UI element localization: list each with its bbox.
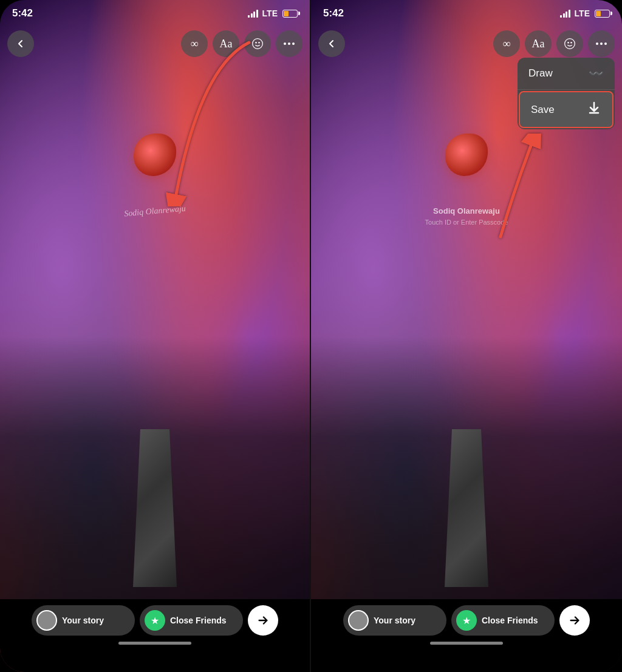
- svg-point-11: [600, 42, 603, 45]
- laptop-stand-area: [94, 429, 216, 611]
- save-menu-item[interactable]: Save: [519, 91, 613, 128]
- close-friends-button-left[interactable]: ★ Close Friends: [140, 605, 243, 636]
- your-story-label-right: Your story: [374, 616, 415, 625]
- save-download-icon: [587, 101, 601, 118]
- battery-icon-right: [595, 10, 610, 18]
- svg-point-0: [253, 39, 263, 49]
- sticker-button-right[interactable]: [556, 30, 583, 57]
- more-button-left[interactable]: [276, 30, 302, 57]
- send-button-right[interactable]: [559, 605, 590, 636]
- toolbar-left: ∞ Aa: [0, 30, 310, 57]
- draw-menu-item[interactable]: Draw 〰️: [518, 58, 615, 90]
- status-icons-right: LTE: [560, 8, 610, 18]
- signal-bars-left: [248, 9, 258, 18]
- close-friends-label-right: Close Friends: [482, 616, 538, 625]
- svg-point-7: [565, 39, 575, 49]
- draw-icon: 〰️: [589, 66, 604, 81]
- lte-label-right: LTE: [575, 8, 590, 18]
- svg-point-10: [596, 42, 598, 45]
- toolbar-right-right: ∞ Aa: [493, 30, 615, 57]
- rose-decoration-right: [445, 134, 488, 176]
- avatar-right: [348, 610, 369, 631]
- watermark-sub-right: Touch ID or Enter Passcode: [425, 219, 508, 226]
- your-story-button-right[interactable]: Your story: [343, 605, 446, 636]
- avatar-left: [36, 610, 57, 631]
- bottom-actions-right: Your story ★ Close Friends: [311, 605, 622, 636]
- text-button-right[interactable]: Aa: [525, 30, 552, 57]
- green-star-left: ★: [145, 610, 165, 631]
- dropdown-menu: Draw 〰️ Save: [518, 58, 615, 129]
- toolbar-right-left: ∞ Aa: [181, 30, 302, 57]
- your-story-button-left[interactable]: Your story: [32, 605, 135, 636]
- sticker-button-left[interactable]: [244, 30, 271, 57]
- svg-point-9: [570, 42, 572, 44]
- rose-decoration: [134, 134, 176, 176]
- green-star-right: ★: [456, 610, 477, 631]
- status-bar-right: 5:42 LTE: [311, 0, 622, 27]
- laptop-stand-area-right: [406, 429, 527, 611]
- save-label: Save: [531, 104, 555, 116]
- infinity-button-right[interactable]: ∞: [493, 30, 520, 57]
- bottom-bar-right: Your story ★ Close Friends: [311, 599, 622, 672]
- close-friends-button-right[interactable]: ★ Close Friends: [451, 605, 555, 636]
- home-indicator-left: [118, 642, 191, 645]
- left-phone-screen: Sodiq Olanrewaju 5:42 LTE: [0, 0, 311, 672]
- text-button-left[interactable]: Aa: [213, 30, 239, 57]
- status-icons-left: LTE: [248, 8, 298, 18]
- svg-point-5: [292, 42, 295, 45]
- close-friends-label-left: Close Friends: [170, 616, 227, 625]
- home-indicator-right: [430, 642, 503, 645]
- signal-bars-right: [560, 9, 570, 18]
- svg-point-2: [258, 42, 260, 44]
- back-button-right[interactable]: [318, 30, 345, 57]
- status-bar-left: 5:42 LTE: [0, 0, 310, 27]
- svg-point-1: [255, 42, 257, 44]
- send-button-left[interactable]: [248, 605, 278, 636]
- battery-icon-left: [282, 10, 298, 18]
- lte-label-left: LTE: [262, 8, 278, 18]
- bottom-bar-left: Your story ★ Close Friends: [0, 599, 310, 672]
- your-story-label-left: Your story: [62, 616, 104, 625]
- time-left: 5:42: [12, 7, 33, 19]
- draw-label: Draw: [528, 67, 553, 80]
- svg-point-8: [567, 42, 569, 44]
- svg-point-4: [288, 42, 290, 45]
- back-button-left[interactable]: [7, 30, 34, 57]
- right-phone-screen: Sodiq Olanrewaju Touch ID or Enter Passc…: [311, 0, 622, 672]
- svg-point-3: [284, 42, 286, 45]
- time-right: 5:42: [323, 7, 344, 19]
- svg-point-12: [604, 42, 607, 45]
- bottom-actions-left: Your story ★ Close Friends: [0, 605, 310, 636]
- infinity-button-left[interactable]: ∞: [181, 30, 208, 57]
- watermark-right: Sodiq Olanrewaju: [433, 206, 500, 216]
- more-button-right[interactable]: [588, 30, 615, 57]
- toolbar-right: ∞ Aa: [311, 30, 622, 57]
